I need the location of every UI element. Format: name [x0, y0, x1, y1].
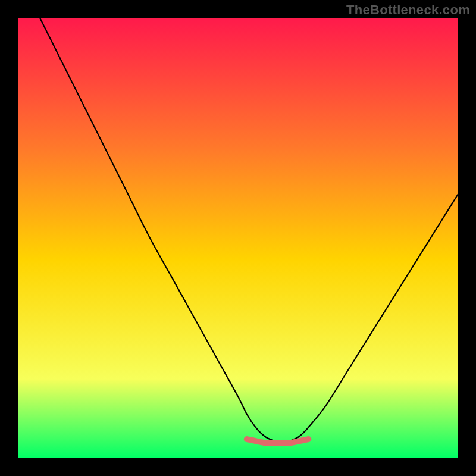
chart-svg — [18, 18, 458, 458]
plot-area — [18, 18, 458, 458]
chart-frame: TheBottleneck.com — [0, 0, 476, 476]
watermark-text: TheBottleneck.com — [346, 2, 470, 18]
gradient-background — [18, 18, 458, 458]
